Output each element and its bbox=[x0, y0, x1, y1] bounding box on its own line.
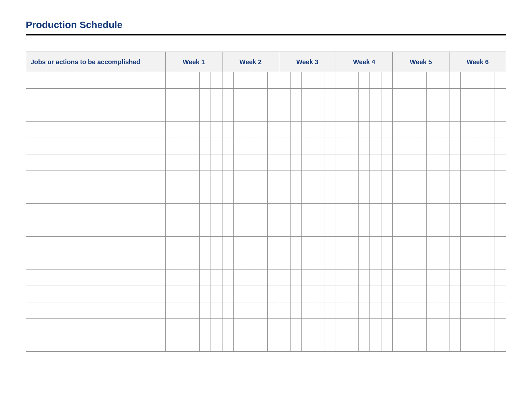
day-cell[interactable] bbox=[324, 171, 336, 187]
day-cell[interactable] bbox=[347, 269, 358, 286]
day-cell[interactable] bbox=[290, 171, 301, 187]
day-cell[interactable] bbox=[461, 335, 472, 352]
day-cell[interactable] bbox=[347, 105, 358, 122]
day-cell[interactable] bbox=[233, 220, 245, 237]
day-cell[interactable] bbox=[313, 138, 324, 154]
day-cell[interactable] bbox=[404, 154, 415, 171]
day-cell[interactable] bbox=[200, 286, 211, 302]
day-cell[interactable] bbox=[336, 72, 347, 89]
day-cell[interactable] bbox=[347, 154, 358, 171]
day-cell[interactable] bbox=[313, 319, 324, 335]
day-cell[interactable] bbox=[495, 237, 506, 253]
day-cell[interactable] bbox=[313, 286, 324, 302]
day-cell[interactable] bbox=[495, 171, 506, 187]
day-cell[interactable] bbox=[427, 138, 438, 154]
day-cell[interactable] bbox=[392, 302, 404, 319]
day-cell[interactable] bbox=[256, 154, 268, 171]
day-cell[interactable] bbox=[483, 154, 495, 171]
day-cell[interactable] bbox=[449, 89, 460, 105]
day-cell[interactable] bbox=[336, 122, 347, 138]
day-cell[interactable] bbox=[370, 72, 381, 89]
day-cell[interactable] bbox=[461, 122, 472, 138]
day-cell[interactable] bbox=[359, 204, 370, 220]
day-cell[interactable] bbox=[245, 269, 256, 286]
day-cell[interactable] bbox=[438, 302, 449, 319]
day-cell[interactable] bbox=[483, 171, 495, 187]
day-cell[interactable] bbox=[302, 105, 313, 122]
day-cell[interactable] bbox=[483, 72, 495, 89]
day-cell[interactable] bbox=[404, 105, 415, 122]
day-cell[interactable] bbox=[233, 171, 245, 187]
day-cell[interactable] bbox=[415, 302, 427, 319]
day-cell[interactable] bbox=[188, 286, 199, 302]
day-cell[interactable] bbox=[245, 122, 256, 138]
day-cell[interactable] bbox=[461, 302, 472, 319]
day-cell[interactable] bbox=[222, 138, 233, 154]
day-cell[interactable] bbox=[245, 302, 256, 319]
day-cell[interactable] bbox=[324, 286, 336, 302]
day-cell[interactable] bbox=[472, 253, 483, 269]
day-cell[interactable] bbox=[313, 72, 324, 89]
day-cell[interactable] bbox=[165, 105, 177, 122]
day-cell[interactable] bbox=[472, 138, 483, 154]
day-cell[interactable] bbox=[211, 269, 222, 286]
day-cell[interactable] bbox=[438, 89, 449, 105]
day-cell[interactable] bbox=[370, 220, 381, 237]
day-cell[interactable] bbox=[324, 105, 336, 122]
day-cell[interactable] bbox=[336, 269, 347, 286]
day-cell[interactable] bbox=[495, 253, 506, 269]
day-cell[interactable] bbox=[461, 89, 472, 105]
day-cell[interactable] bbox=[188, 171, 199, 187]
day-cell[interactable] bbox=[359, 105, 370, 122]
day-cell[interactable] bbox=[279, 204, 290, 220]
day-cell[interactable] bbox=[313, 237, 324, 253]
day-cell[interactable] bbox=[347, 204, 358, 220]
day-cell[interactable] bbox=[188, 154, 199, 171]
day-cell[interactable] bbox=[461, 269, 472, 286]
day-cell[interactable] bbox=[449, 138, 460, 154]
day-cell[interactable] bbox=[347, 72, 358, 89]
day-cell[interactable] bbox=[211, 105, 222, 122]
day-cell[interactable] bbox=[302, 171, 313, 187]
day-cell[interactable] bbox=[279, 286, 290, 302]
day-cell[interactable] bbox=[449, 171, 460, 187]
day-cell[interactable] bbox=[472, 335, 483, 352]
day-cell[interactable] bbox=[392, 286, 404, 302]
day-cell[interactable] bbox=[370, 302, 381, 319]
day-cell[interactable] bbox=[165, 319, 177, 335]
job-cell[interactable] bbox=[26, 187, 166, 204]
day-cell[interactable] bbox=[449, 302, 460, 319]
day-cell[interactable] bbox=[461, 154, 472, 171]
day-cell[interactable] bbox=[392, 204, 404, 220]
day-cell[interactable] bbox=[415, 154, 427, 171]
day-cell[interactable] bbox=[177, 253, 188, 269]
job-cell[interactable] bbox=[26, 253, 166, 269]
day-cell[interactable] bbox=[256, 319, 268, 335]
day-cell[interactable] bbox=[438, 319, 449, 335]
day-cell[interactable] bbox=[233, 237, 245, 253]
job-cell[interactable] bbox=[26, 335, 166, 352]
day-cell[interactable] bbox=[268, 269, 279, 286]
day-cell[interactable] bbox=[200, 204, 211, 220]
day-cell[interactable] bbox=[245, 204, 256, 220]
day-cell[interactable] bbox=[290, 105, 301, 122]
day-cell[interactable] bbox=[211, 220, 222, 237]
day-cell[interactable] bbox=[324, 204, 336, 220]
day-cell[interactable] bbox=[200, 319, 211, 335]
day-cell[interactable] bbox=[415, 269, 427, 286]
day-cell[interactable] bbox=[165, 237, 177, 253]
day-cell[interactable] bbox=[165, 89, 177, 105]
day-cell[interactable] bbox=[165, 72, 177, 89]
day-cell[interactable] bbox=[472, 269, 483, 286]
day-cell[interactable] bbox=[347, 335, 358, 352]
day-cell[interactable] bbox=[347, 302, 358, 319]
day-cell[interactable] bbox=[233, 253, 245, 269]
day-cell[interactable] bbox=[449, 154, 460, 171]
day-cell[interactable] bbox=[370, 122, 381, 138]
day-cell[interactable] bbox=[449, 319, 460, 335]
day-cell[interactable] bbox=[370, 319, 381, 335]
day-cell[interactable] bbox=[495, 89, 506, 105]
day-cell[interactable] bbox=[495, 72, 506, 89]
day-cell[interactable] bbox=[165, 286, 177, 302]
day-cell[interactable] bbox=[404, 269, 415, 286]
